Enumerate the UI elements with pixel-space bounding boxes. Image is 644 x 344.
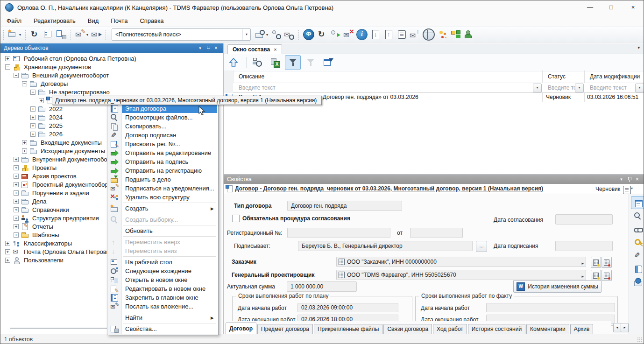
expand-toggle-icon[interactable]: +: [5, 258, 10, 263]
search-mail-button[interactable]: [283, 28, 296, 41]
expand-toggle-icon[interactable]: +: [39, 98, 44, 103]
change-user-icon[interactable]: [329, 28, 342, 41]
context-menu-item[interactable]: Создать ▶: [107, 204, 218, 213]
expand-toggle-icon[interactable]: +: [14, 157, 19, 162]
context-menu-item[interactable]: Послать как вложение...: [107, 302, 218, 311]
customer-field[interactable]: ООО "Заказчик", ИНН 0000000000 ▸: [336, 257, 586, 267]
status-history-icon[interactable]: [622, 185, 629, 193]
expand-toggle-icon[interactable]: +: [30, 132, 35, 137]
fulltext-search-combo[interactable]: <Полнотекстовый поиск> ▾: [112, 28, 251, 41]
context-menu-item[interactable]: Удалить всю структуру: [107, 193, 218, 202]
menu-bar-item[interactable]: Справка: [134, 14, 170, 27]
refresh-button[interactable]: [28, 28, 42, 41]
expand-toggle-icon[interactable]: +: [14, 232, 19, 238]
expand-toggle-icon[interactable]: +: [5, 249, 10, 254]
column-header-modified[interactable]: Дата модификации: [584, 70, 644, 83]
expand-toggle-icon[interactable]: +: [14, 165, 19, 170]
send-mail-button[interactable]: [90, 28, 103, 41]
filter-dropdown-icon[interactable]: ▾: [575, 84, 584, 92]
tree-item[interactable]: + Рабочий стол (Орлова Ольга Петровна): [0, 54, 223, 63]
expand-toggle-icon[interactable]: −: [14, 73, 19, 78]
designer-field[interactable]: ООО "TDMS Фарватер", ИНН 5505025670 ▸: [336, 270, 586, 280]
close-button[interactable]: ×: [622, 0, 644, 14]
context-menu-item[interactable]: Подписаться на уведомления...: [107, 184, 218, 193]
context-menu-item[interactable]: Переместить вверх: [107, 238, 218, 246]
composition-window-button[interactable]: [42, 28, 55, 41]
close-pane-icon[interactable]: ×: [212, 45, 220, 52]
field-arrow-icon[interactable]: ▸: [581, 259, 584, 267]
expand-toggle-icon[interactable]: +: [22, 148, 27, 154]
actual-sum-field[interactable]: 1 000 000.00: [287, 281, 357, 292]
card-view-button[interactable]: [631, 196, 644, 209]
pin-icon[interactable]: [204, 45, 212, 52]
tdms-logo-icon[interactable]: [302, 28, 316, 41]
signer-field[interactable]: Беркутов Б. В., Генеральный директор: [298, 241, 473, 251]
dropdown-arrow-icon[interactable]: ▾: [19, 33, 21, 37]
context-menu-item[interactable]: Подшить в дело: [107, 175, 218, 184]
search-folder-button[interactable]: ▾: [254, 28, 269, 41]
expand-toggle-icon[interactable]: +: [22, 140, 27, 145]
fact-start-field[interactable]: [486, 303, 615, 312]
properties-tab[interactable]: Комментарии: [526, 324, 569, 334]
search-combo-value[interactable]: <Полнотекстовый поиск>: [112, 31, 242, 38]
tree-horizontal-scrollbar[interactable]: [10, 328, 108, 329]
menu-bar-item[interactable]: Файл: [0, 14, 28, 27]
sign-button[interactable]: [631, 248, 644, 261]
reg-date-field[interactable]: [410, 228, 463, 238]
open-organization-card-button[interactable]: [602, 270, 612, 281]
web-icon[interactable]: [421, 28, 436, 41]
check-out-document-icon[interactable]: [382, 28, 395, 41]
menu-bar-item[interactable]: Редактировать: [28, 14, 82, 27]
object-link[interactable]: Договор - Договор ген. подряда_черновик …: [235, 185, 543, 192]
menu-bar-item[interactable]: Вид: [82, 14, 105, 27]
pane-menu-icon[interactable]: ▾: [617, 176, 625, 183]
close-pane-icon[interactable]: ×: [633, 176, 641, 183]
signing-date-field[interactable]: [555, 241, 613, 251]
structure-search-button[interactable]: [249, 55, 265, 70]
check-in-document-icon[interactable]: [369, 28, 382, 41]
column-header-description[interactable]: Описание: [233, 70, 542, 83]
column-header-status[interactable]: Статус: [542, 70, 584, 83]
filter-input-description[interactable]: Введите текст: [233, 83, 542, 93]
delete-mail-icon[interactable]: [342, 28, 355, 41]
filter-dropdown-icon[interactable]: ▾: [533, 84, 542, 92]
status-dropdown-icon[interactable]: ▾: [631, 186, 633, 190]
settings-folder-button[interactable]: [631, 274, 644, 288]
expand-toggle-icon[interactable]: +: [14, 190, 19, 196]
tree-item[interactable]: − Не зарегистрировано: [0, 88, 223, 96]
properties-tab[interactable]: Ход работ: [433, 324, 467, 334]
expand-toggle-icon[interactable]: −: [22, 81, 27, 86]
select-organization-button[interactable]: [591, 270, 601, 281]
context-menu-item[interactable]: Отправить на регистрацию: [107, 166, 218, 175]
approval-date-field[interactable]: [555, 214, 613, 225]
expand-toggle-icon[interactable]: +: [14, 199, 19, 204]
expand-toggle-icon[interactable]: +: [30, 123, 35, 128]
context-menu-item[interactable]: Свойства...: [107, 324, 218, 333]
expand-toggle-icon[interactable]: −: [30, 90, 35, 95]
context-menu-item[interactable]: Скопировать...: [107, 122, 218, 131]
expand-toggle-icon[interactable]: +: [14, 207, 19, 212]
open-organization-card-button[interactable]: [602, 257, 612, 268]
reg-number-field[interactable]: [287, 228, 390, 238]
context-menu-item[interactable]: Открыть в новом окне: [107, 275, 218, 284]
clear-filter-button[interactable]: [303, 55, 318, 70]
approval-required-checkbox[interactable]: [232, 215, 240, 222]
expand-toggle-icon[interactable]: +: [14, 174, 19, 179]
context-menu-item[interactable]: Переместить вниз: [107, 246, 218, 255]
tree-item[interactable]: − Договоры: [0, 79, 223, 88]
info-icon[interactable]: [355, 28, 369, 41]
org-tree-icon[interactable]: [449, 28, 462, 41]
export-mail-icon[interactable]: [408, 28, 421, 41]
combo-arrow-icon[interactable]: ▾: [242, 29, 250, 40]
context-menu-item[interactable]: Отправить на подпись: [107, 157, 218, 166]
tabs-scroll-left-button[interactable]: ◂: [613, 323, 621, 332]
context-menu-item[interactable]: На рабочий стол: [107, 258, 218, 267]
filter-button[interactable]: [285, 55, 301, 70]
expand-toggle-icon[interactable]: +: [5, 241, 10, 246]
new-object-button[interactable]: ▾: [7, 28, 22, 41]
tab-close-icon[interactable]: ×: [274, 47, 276, 52]
search-button[interactable]: [631, 209, 644, 222]
context-menu-item[interactable]: Следующее вхождение: [107, 267, 218, 275]
links-button[interactable]: [631, 222, 644, 235]
expand-toggle-icon[interactable]: +: [5, 56, 10, 61]
